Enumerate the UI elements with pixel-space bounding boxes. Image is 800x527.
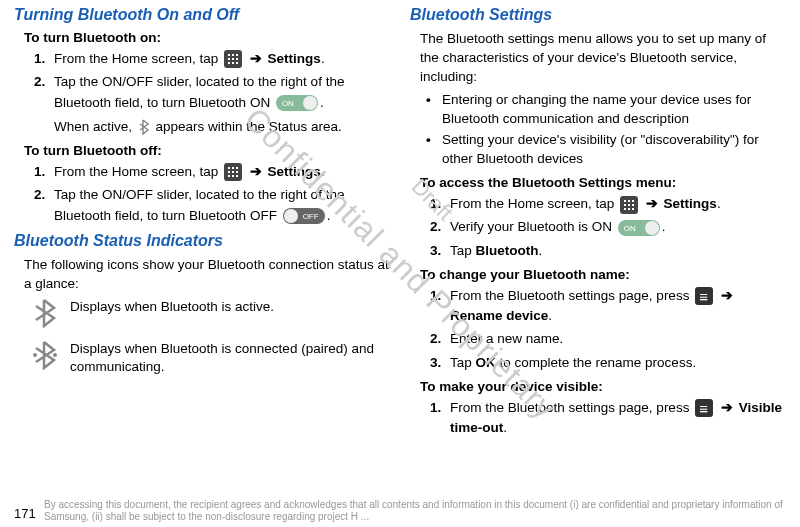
turn-off-list: 1. From the Home screen, tap ➔ Settings.… [14, 162, 390, 226]
visible-list: 1. From the Bluetooth settings page, pre… [410, 398, 786, 439]
step-text: Tap [450, 355, 476, 370]
period: . [321, 164, 325, 179]
visible-title: To make your device visible: [410, 379, 786, 394]
arrow-icon: ➔ [250, 164, 262, 179]
status-connected-desc: Displays when Bluetooth is connected (pa… [70, 340, 390, 378]
arrow-icon: ➔ [721, 400, 733, 415]
list-number: 1. [34, 162, 45, 182]
rename-title: To change your Bluetooth name: [410, 267, 786, 282]
menu-icon [695, 287, 713, 305]
settings-bullets: •Entering or changing the name your devi… [410, 91, 786, 170]
list-number: 1. [430, 194, 441, 214]
list-number: 2. [34, 72, 45, 92]
toggle-on-icon [618, 220, 660, 236]
disclaimer-text: By accessing this document, the recipien… [44, 499, 786, 523]
list-item: 3. Tap OK to complete the rename process… [430, 353, 786, 373]
apps-icon [224, 50, 242, 68]
period: . [662, 219, 666, 234]
toggle-off-icon [283, 208, 325, 224]
turn-off-title: To turn Bluetooth off: [14, 143, 390, 158]
list-number: 1. [430, 286, 441, 306]
list-item: 1. From the Bluetooth settings page, pre… [430, 398, 786, 439]
content-container: Turning Bluetooth On and Off To turn Blu… [0, 0, 800, 444]
rename-list: 1. From the Bluetooth settings page, pre… [410, 286, 786, 373]
period: . [320, 95, 324, 110]
status-row-active: Displays when Bluetooth is active. [14, 298, 390, 328]
list-item: 1. From the Bluetooth settings page, pre… [430, 286, 786, 327]
menu-icon [695, 399, 713, 417]
turn-on-title: To turn Bluetooth on: [14, 30, 390, 45]
bullet-text: Setting your device's visibility (or "di… [442, 132, 759, 166]
page-number: 171 [14, 506, 36, 521]
status-intro: The following icons show your Bluetooth … [14, 256, 390, 294]
list-item: 2. Enter a new name. [430, 329, 786, 349]
list-number: 1. [430, 398, 441, 418]
left-column: Turning Bluetooth On and Off To turn Blu… [14, 6, 390, 444]
period: . [503, 420, 507, 435]
rename-label: Rename device [450, 308, 548, 323]
apps-icon [224, 163, 242, 181]
list-number: 3. [430, 353, 441, 373]
list-item: 2. Tap the ON/OFF slider, located to the… [34, 185, 390, 226]
list-item: 2. Verify your Bluetooth is ON . [430, 217, 786, 237]
settings-label: Settings [268, 51, 321, 66]
status-active-desc: Displays when Bluetooth is active. [70, 298, 274, 317]
arrow-icon: ➔ [250, 51, 262, 66]
when-active-text: When active, appears within the Status a… [54, 117, 390, 137]
section-title-turning-bt: Turning Bluetooth On and Off [14, 6, 390, 24]
list-number: 3. [430, 241, 441, 261]
bullet-icon: • [426, 91, 431, 110]
list-item: 3. Tap Bluetooth. [430, 241, 786, 261]
settings-label: Settings [268, 164, 321, 179]
section-title-bt-status: Bluetooth Status Indicators [14, 232, 390, 250]
toggle-on-icon [276, 95, 318, 111]
period: . [321, 51, 325, 66]
ok-label: OK [476, 355, 496, 370]
step-text: From the Home screen, tap [54, 164, 222, 179]
bluetooth-small-icon [136, 119, 152, 135]
list-number: 2. [34, 185, 45, 205]
settings-intro: The Bluetooth settings menu allows you t… [410, 30, 786, 87]
settings-label: Settings [664, 196, 717, 211]
step-text: From the Home screen, tap [54, 51, 222, 66]
list-item: 1. From the Home screen, tap ➔ Settings. [34, 49, 390, 69]
turn-on-list: 1. From the Home screen, tap ➔ Settings.… [14, 49, 390, 137]
bluetooth-connected-icon [32, 340, 58, 370]
step-text: From the Home screen, tap [450, 196, 618, 211]
step-text: From the Bluetooth settings page, press [450, 400, 693, 415]
period: . [548, 308, 552, 323]
list-number: 1. [34, 49, 45, 69]
step-text: Tap [450, 243, 476, 258]
status-row-connected: Displays when Bluetooth is connected (pa… [14, 340, 390, 378]
step-text: Verify your Bluetooth is ON [450, 219, 616, 234]
svg-point-0 [33, 353, 37, 357]
list-number: 2. [430, 329, 441, 349]
list-item: 1. From the Home screen, tap ➔ Settings. [34, 162, 390, 182]
list-item: 1. From the Home screen, tap ➔ Settings. [430, 194, 786, 214]
step-text: From the Bluetooth settings page, press [450, 288, 693, 303]
period: . [539, 243, 543, 258]
list-item: •Setting your device's visibility (or "d… [426, 131, 786, 169]
bullet-text: Entering or changing the name your devic… [442, 92, 751, 126]
step-text: Enter a new name. [450, 331, 563, 346]
suffix-text: to complete the rename process. [496, 355, 696, 370]
access-list: 1. From the Home screen, tap ➔ Settings.… [410, 194, 786, 261]
bluetooth-active-icon [32, 298, 58, 328]
right-column: Bluetooth Settings The Bluetooth setting… [410, 6, 786, 444]
apps-icon [620, 196, 638, 214]
bullet-icon: • [426, 131, 431, 150]
period: . [717, 196, 721, 211]
arrow-icon: ➔ [721, 288, 733, 303]
list-item: 2. Tap the ON/OFF slider, located to the… [34, 72, 390, 137]
svg-point-1 [53, 353, 57, 357]
period: . [327, 208, 331, 223]
list-number: 2. [430, 217, 441, 237]
access-title: To access the Bluetooth Settings menu: [410, 175, 786, 190]
list-item: •Entering or changing the name your devi… [426, 91, 786, 129]
bluetooth-label: Bluetooth [476, 243, 539, 258]
arrow-icon: ➔ [646, 196, 658, 211]
section-title-bt-settings: Bluetooth Settings [410, 6, 786, 24]
